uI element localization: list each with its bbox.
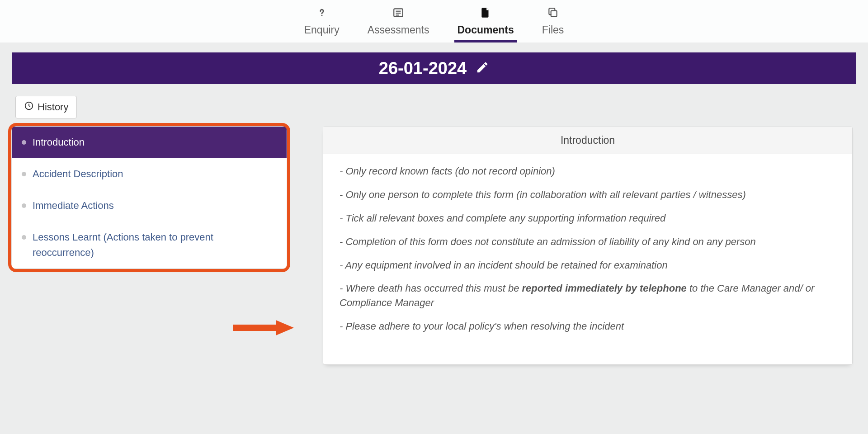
content-title: Introduction [323,127,852,154]
intro-line: - Only record known facts (do not record… [340,164,836,179]
tab-label: Documents [457,24,514,36]
tab-documents[interactable]: Documents [454,0,516,42]
sidebar-item-introduction[interactable]: Introduction [12,127,287,158]
tab-label: Files [542,24,564,36]
history-label: History [38,101,68,113]
copy-icon [547,7,559,21]
history-button[interactable]: History [15,96,77,118]
sidebar-item-label: Immediate Actions [33,198,114,213]
bullet-icon [22,140,26,145]
svg-marker-8 [276,320,294,335]
sidebar-item-label: Introduction [33,135,85,150]
file-icon [480,7,491,21]
tab-assessments[interactable]: Assessments [365,0,432,42]
pencil-icon[interactable] [476,61,489,76]
tab-label: Enquiry [304,24,340,36]
sidebar-item-label: Accident Description [33,166,123,182]
svg-point-0 [321,15,322,16]
tab-label: Assessments [368,24,429,36]
intro-line: - Where death has occurred this must be … [340,281,836,310]
bullet-icon [22,172,26,176]
section-sidebar: Introduction Accident Description Immedi… [12,127,287,269]
date-text: 26-01-2024 [379,59,467,78]
intro-line: - Any equipment involved in an incident … [340,258,836,273]
intro-line: - Only one person to complete this form … [340,188,836,202]
intro-line: - Completion of this form does not const… [340,235,836,249]
date-bar: 26-01-2024 [12,52,856,84]
content-panel: Introduction - Only record known facts (… [323,127,853,365]
question-icon [316,7,328,21]
sidebar-item-immediate-actions[interactable]: Immediate Actions [12,190,287,222]
tab-enquiry[interactable]: Enquiry [302,0,342,42]
sidebar-item-accident-description[interactable]: Accident Description [12,158,287,190]
sidebar-item-lessons-learnt[interactable]: Lessons Learnt (Actions taken to prevent… [12,222,287,269]
top-tabs: Enquiry Assessments Documents Files [0,0,868,42]
bullet-icon [22,235,26,240]
sidebar-item-label: Lessons Learnt (Actions taken to prevent… [33,230,277,260]
content-body: - Only record known facts (do not record… [323,154,852,364]
bullet-icon [22,203,26,208]
svg-rect-5 [551,11,557,17]
list-icon [392,7,404,21]
tab-files[interactable]: Files [539,0,567,42]
intro-line: - Tick all relevant boxes and complete a… [340,211,836,226]
annotation-arrow-icon [231,316,294,339]
intro-line: - Please adhere to your local policy's w… [340,319,836,334]
clock-icon [24,101,34,113]
